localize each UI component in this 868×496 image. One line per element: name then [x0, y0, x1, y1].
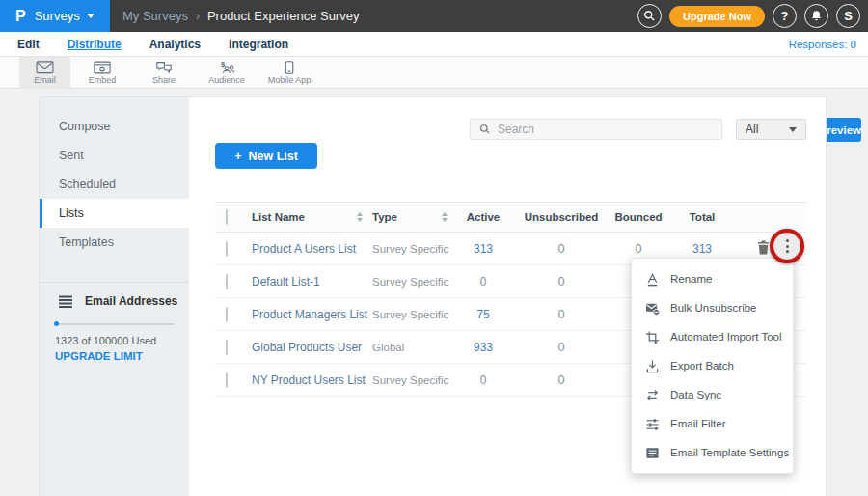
- sidebar-item-lists[interactable]: Lists: [40, 199, 189, 228]
- row-actions-kebab-button[interactable]: [786, 239, 789, 253]
- progress-dot: [54, 321, 59, 326]
- bounced-count: 0: [608, 242, 669, 256]
- channel-embed[interactable]: Embed: [77, 57, 127, 89]
- channel-mobile-app[interactable]: Mobile App: [258, 57, 320, 89]
- breadcrumb-my-surveys[interactable]: My Surveys: [122, 9, 188, 23]
- list-type: Survey Specific: [372, 374, 448, 386]
- breadcrumb: My Surveys › Product Experience Survey: [122, 9, 359, 23]
- upgrade-limit-link[interactable]: UPGRADE LIMIT: [55, 350, 143, 362]
- trash-icon: [757, 240, 770, 255]
- channel-share-label: Share: [152, 75, 176, 85]
- channel-mobile-app-label: Mobile App: [268, 75, 312, 85]
- bulk-unsubscribe-icon: [645, 301, 660, 316]
- sort-type-icon[interactable]: [442, 212, 448, 222]
- email-usage-progressbar: [55, 323, 175, 325]
- search-button[interactable]: [637, 4, 662, 28]
- menu-item-email-template-settings[interactable]: Email Template Settings: [632, 438, 793, 467]
- menu-item-email-filter[interactable]: Email Filter: [632, 409, 793, 438]
- channel-audience[interactable]: $ Audience: [198, 57, 256, 89]
- notifications-button[interactable]: [804, 4, 828, 28]
- import-tool-icon: [645, 330, 660, 344]
- list-type: Survey Specific: [372, 243, 448, 255]
- search-icon: [479, 124, 491, 135]
- column-type[interactable]: Type: [372, 211, 397, 223]
- sidebar-item-templates[interactable]: Templates: [40, 228, 189, 257]
- row-checkbox[interactable]: [226, 340, 228, 355]
- email-icon: [36, 61, 54, 74]
- unsubscribed-count: 0: [523, 341, 600, 354]
- delete-list-button[interactable]: [757, 240, 770, 258]
- sidebar-divider: [40, 282, 189, 283]
- row-checkbox[interactable]: [226, 307, 228, 322]
- distribute-toolbar: Email Embed Share $ Audience Mobile App …: [0, 57, 868, 89]
- export-batch-icon: [645, 359, 660, 373]
- column-active: Active: [454, 211, 512, 223]
- email-addresses-title: Email Addresses: [85, 294, 177, 308]
- email-usage-text: 1323 of 100000 Used: [55, 335, 156, 346]
- channel-email[interactable]: Email: [19, 57, 70, 89]
- menu-item-data-sync[interactable]: Data Sync: [632, 380, 793, 409]
- menu-item-rename[interactable]: Rename: [632, 264, 793, 293]
- lists-content-card: Compose Sent Scheduled Lists Templates E…: [39, 96, 827, 496]
- menu-item-automated-import-tool[interactable]: Automated Import Tool: [632, 322, 793, 351]
- share-icon: [155, 61, 173, 74]
- unsubscribed-count: 0: [523, 373, 600, 387]
- sidebar-item-scheduled[interactable]: Scheduled: [40, 170, 189, 199]
- select-all-checkbox[interactable]: [226, 209, 228, 225]
- menu-label: Email Filter: [670, 418, 726, 429]
- topbar-actions: Upgrade Now ? S: [637, 4, 868, 28]
- active-count[interactable]: 933: [454, 341, 512, 354]
- column-bounced: Bounced: [608, 211, 669, 223]
- list-name-link[interactable]: Product A Users List: [252, 242, 356, 256]
- email-sidebar: Compose Sent Scheduled Lists Templates E…: [40, 97, 189, 496]
- help-button[interactable]: ?: [773, 4, 797, 28]
- list-name-link[interactable]: Default List-1: [252, 275, 320, 289]
- topbar: P Surveys My Surveys › Product Experienc…: [0, 0, 868, 32]
- row-checkbox[interactable]: [226, 372, 228, 388]
- tab-analytics[interactable]: Analytics: [149, 38, 201, 51]
- total-count[interactable]: 313: [671, 242, 733, 256]
- list-name-link[interactable]: NY Product Users List: [252, 373, 366, 387]
- menu-label: Data Sync: [670, 389, 721, 400]
- row-checkbox[interactable]: [226, 241, 228, 257]
- sidebar-item-compose[interactable]: Compose: [40, 112, 189, 141]
- surveys-product-menu[interactable]: P Surveys: [0, 0, 110, 32]
- column-list-name[interactable]: List Name: [252, 211, 305, 223]
- list-name-link[interactable]: Product Managers List: [252, 308, 367, 321]
- tab-integration[interactable]: Integration: [229, 38, 288, 51]
- responses-count[interactable]: Responses: 0: [789, 39, 868, 50]
- tab-distribute[interactable]: Distribute: [68, 38, 122, 51]
- new-list-label: New List: [248, 150, 297, 163]
- channel-share[interactable]: Share: [139, 57, 189, 89]
- channel-audience-label: Audience: [208, 75, 245, 85]
- mobile-app-icon: [284, 61, 295, 74]
- search-input[interactable]: [498, 123, 691, 136]
- sidebar-item-sent[interactable]: Sent: [40, 141, 189, 170]
- menu-item-export-batch[interactable]: Export Batch: [632, 351, 793, 380]
- list-search-box: [470, 119, 722, 140]
- active-count[interactable]: 75: [454, 308, 512, 321]
- unsubscribed-count: 0: [523, 308, 600, 321]
- template-settings-icon: [645, 446, 660, 460]
- list-filter-dropdown[interactable]: All: [736, 119, 806, 140]
- new-list-button[interactable]: + New List: [215, 143, 317, 169]
- unsubscribed-count: 0: [523, 242, 600, 256]
- list-name-link[interactable]: Global Products User: [252, 341, 362, 354]
- search-icon: [643, 10, 656, 22]
- sort-list-name-icon[interactable]: [357, 212, 363, 222]
- menu-label: Rename: [670, 273, 712, 285]
- channel-embed-label: Embed: [89, 75, 117, 85]
- row-checkbox[interactable]: [226, 274, 228, 289]
- active-count[interactable]: 313: [454, 242, 512, 256]
- chevron-down-icon: [789, 127, 797, 132]
- menu-item-bulk-unsubscribe[interactable]: Bulk Unsubscribe: [632, 293, 793, 322]
- surveys-menu-label: Surveys: [35, 9, 80, 23]
- list-type: Survey Specific: [372, 309, 448, 320]
- upgrade-now-button[interactable]: Upgrade Now: [669, 6, 765, 27]
- tab-edit[interactable]: Edit: [17, 38, 40, 51]
- embed-icon: [94, 61, 111, 74]
- breadcrumb-separator: ›: [196, 10, 200, 23]
- account-avatar[interactable]: S: [836, 4, 860, 28]
- menu-label: Automated Import Tool: [670, 331, 782, 343]
- column-total: Total: [671, 211, 733, 223]
